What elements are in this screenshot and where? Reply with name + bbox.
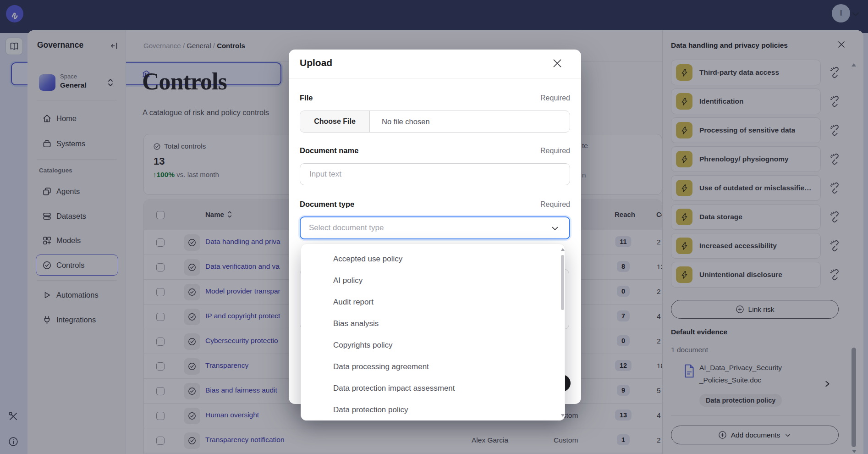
file-status-text: No file chosen [382, 117, 430, 126]
document-type-option[interactable]: Copyrights policy [301, 334, 556, 356]
option-label: AI policy [333, 276, 363, 285]
document-name-field-row: Document name Required [300, 146, 570, 155]
document-type-option[interactable]: Data protection impact assessment [301, 377, 556, 399]
document-type-field-row: Document type Required [300, 200, 570, 209]
option-label: Data protection impact assessment [333, 384, 455, 393]
document-type-label: Document type [300, 200, 354, 209]
modal-close-icon[interactable] [551, 57, 563, 69]
dropdown-scrollbar-thumb[interactable] [561, 255, 564, 310]
scroll-up-arrow[interactable] [561, 248, 565, 251]
file-field-row: File Required [300, 94, 570, 102]
chevron-down-icon [550, 223, 560, 233]
document-type-dropdown: Accepted use policy AI policy Audit repo… [301, 244, 565, 421]
option-label: Data processing agreement [333, 362, 429, 371]
document-type-option[interactable]: Accepted use policy [301, 248, 556, 270]
scroll-down-arrow[interactable] [561, 414, 565, 417]
modal-title: Upload [300, 57, 332, 68]
option-label: Audit report [333, 298, 374, 307]
required-badge: Required [540, 200, 570, 209]
dropdown-scrollbar[interactable] [560, 246, 565, 419]
option-label: Data protection policy [333, 405, 408, 415]
required-badge: Required [540, 94, 570, 102]
required-badge: Required [540, 147, 570, 155]
choose-file-button[interactable]: Choose File [300, 111, 370, 132]
document-type-select[interactable]: Select document type [300, 216, 570, 239]
app-root: I Governance [0, 0, 868, 454]
option-label: Copyrights policy [333, 341, 392, 350]
document-type-option[interactable]: Data processing agreement [301, 356, 556, 377]
dropdown-options: Accepted use policy AI policy Audit repo… [301, 248, 556, 421]
option-label: Accepted use policy [333, 255, 402, 264]
document-type-option[interactable]: Bias analysis [301, 313, 556, 334]
document-name-label: Document name [300, 146, 358, 155]
document-type-option[interactable]: Data protection policy [301, 399, 556, 421]
modal-header-divider [289, 78, 581, 78]
document-name-input[interactable] [300, 163, 570, 185]
file-input[interactable]: Choose File No file chosen [300, 111, 570, 133]
option-label: Bias analysis [333, 319, 379, 328]
file-label: File [300, 94, 313, 102]
document-type-option[interactable]: AI policy [301, 270, 556, 291]
document-type-option[interactable]: Audit report [301, 291, 556, 313]
select-placeholder: Select document type [309, 223, 384, 233]
